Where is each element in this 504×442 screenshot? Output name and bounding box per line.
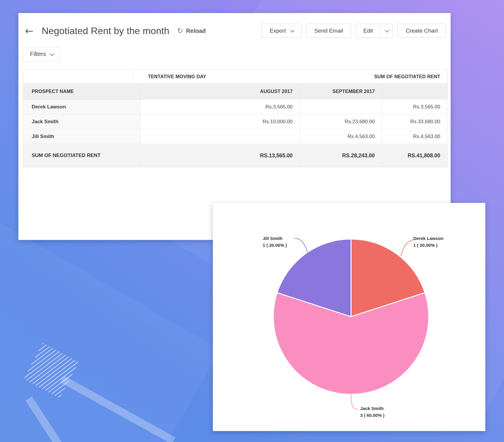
august-value-cell	[141, 129, 300, 144]
column-header-september-2017: SEPTEMBER 2017	[300, 84, 382, 99]
reload-button[interactable]: ↻ Reload	[177, 27, 206, 34]
table-row: Jack Smith Rs.10,000.00 Rs.23,680.00 Rs.…	[23, 114, 447, 129]
column-header-prospect-name: PROSPECT NAME	[23, 84, 141, 99]
total-value-cell: Rs.3,565.00	[382, 100, 447, 114]
september-value-cell	[300, 100, 382, 114]
total-value-cell: Rs.33,680.00	[382, 114, 447, 129]
prospect-name-cell: Jill Smith	[23, 129, 141, 144]
chevron-down-icon	[385, 28, 389, 33]
pivot-table: TENTATIVE MOVING DAY SUM OF NEGOTIATED R…	[23, 69, 448, 167]
table-footer-row: SUM OF NEGOTIATED RENT RS.13,565.00 RS.2…	[23, 144, 447, 167]
table-row: Jill Smith Rs.4,563.00 Rs.4,563.00	[23, 129, 447, 144]
pie-chart	[213, 203, 485, 431]
pie-label-name: Jack Smith	[360, 405, 385, 412]
pie-label-name: Jill Smith	[263, 235, 287, 242]
send-email-button[interactable]: Send Email	[306, 24, 351, 38]
pie-label-derek-lawson: Derek Lawson 1 ( 20.00% )	[413, 235, 444, 249]
august-value-cell: Rs.10,000.00	[141, 114, 300, 129]
table-column-header-row: PROSPECT NAME AUGUST 2017 SEPTEMBER 2017	[23, 84, 447, 100]
send-email-label: Send Email	[314, 28, 343, 34]
prospect-name-cell: Derek Lawson	[23, 100, 141, 114]
background-diagonal-band-top	[60, 376, 176, 442]
september-value-cell: Rs.23,680.00	[300, 114, 382, 129]
chevron-down-icon	[50, 52, 54, 56]
edit-dropdown-toggle[interactable]	[380, 24, 393, 38]
group-header-sum-of-negotiated-rent: SUM OF NEGOTIATED RENT	[374, 70, 440, 84]
report-header: ← Negotiated Rent by the month ↻ Reload …	[18, 13, 451, 38]
back-arrow-icon[interactable]: ←	[25, 26, 34, 36]
reload-label: Reload	[186, 28, 206, 34]
background-hatched-square	[24, 343, 79, 398]
create-chart-label: Create Chart	[406, 28, 438, 34]
pie-label-value: 3 ( 60.00% )	[360, 412, 385, 419]
table-group-header-row: TENTATIVE MOVING DAY SUM OF NEGOTIATED R…	[23, 70, 447, 84]
leader-line-jack-smith	[351, 394, 358, 410]
pie-label-value: 1 ( 20.00% )	[263, 242, 287, 249]
filters-label: Filters	[30, 51, 46, 57]
chart-card: Jill Smith 1 ( 20.00% ) Derek Lawson 1 (…	[213, 203, 485, 431]
table-row: Derek Lawson Rs.3,565.00 Rs.3,565.00	[23, 100, 447, 114]
leader-line-derek-lawson	[401, 240, 413, 256]
pie-label-jill-smith: Jill Smith 1 ( 20.00% )	[263, 235, 287, 249]
page-title: Negotiated Rent by the month	[42, 25, 170, 36]
footer-august-total-cell: RS.13,565.00	[141, 144, 300, 167]
footer-grand-total-cell: RS.41,808.00	[382, 144, 447, 167]
chevron-down-icon	[291, 28, 295, 33]
prospect-name-cell: Jack Smith	[23, 114, 141, 129]
total-value-cell: Rs.4,563.00	[382, 129, 447, 144]
reload-icon: ↻	[177, 27, 183, 34]
background-diagonal-band-left	[25, 396, 85, 442]
group-header-tentative-moving-day: TENTATIVE MOVING DAY	[148, 70, 206, 84]
filters-dropdown[interactable]: Filters	[23, 47, 60, 61]
pie-label-jack-smith: Jack Smith 3 ( 60.00% )	[360, 405, 385, 419]
toolbar: Export Send Email Edit Create Chart	[261, 24, 446, 38]
footer-label-cell: SUM OF NEGOTIATED RENT	[23, 144, 141, 167]
column-header-total	[382, 84, 447, 99]
pie-label-name: Derek Lawson	[413, 235, 444, 242]
column-header-august-2017: AUGUST 2017	[141, 84, 300, 99]
august-value-cell: Rs.3,565.00	[141, 100, 300, 114]
edit-button[interactable]: Edit	[356, 24, 380, 38]
edit-split-button: Edit	[356, 24, 393, 38]
create-chart-button[interactable]: Create Chart	[398, 24, 446, 38]
pie-label-value: 1 ( 20.00% )	[413, 242, 444, 249]
september-value-cell: Rs.4,563.00	[300, 129, 382, 144]
leader-line-jill-smith	[294, 238, 308, 253]
export-button[interactable]: Export	[261, 24, 302, 38]
export-label: Export	[269, 28, 286, 34]
group-header-divider	[133, 70, 133, 83]
footer-september-total-cell: RS.28,243.00	[300, 144, 382, 167]
background-square-faint-bottom	[0, 209, 221, 442]
